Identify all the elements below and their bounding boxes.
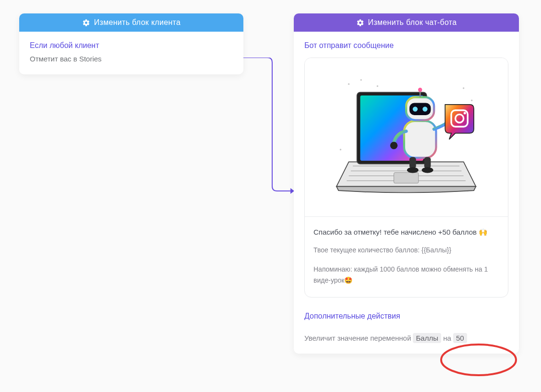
connector-line xyxy=(243,58,296,197)
svg-point-22 xyxy=(390,142,397,149)
value-chip: 50 xyxy=(453,333,467,343)
message-image xyxy=(305,58,508,216)
bot-block: Изменить блок чат-бота Бот отправит сооб… xyxy=(294,13,519,354)
gear-icon xyxy=(356,19,364,27)
extra-prefix: Увеличит значение переменной xyxy=(304,334,411,342)
client-header-label: Изменить блок клиента xyxy=(94,18,180,27)
svg-point-25 xyxy=(407,167,419,173)
message-text-reminder: Напоминаю: каждый 1000 баллов можно обме… xyxy=(313,264,499,285)
client-condition-title: Если любой клиент xyxy=(30,41,233,50)
svg-point-2 xyxy=(377,85,378,87)
variable-chip: Баллы xyxy=(413,333,441,343)
svg-point-19 xyxy=(423,107,428,111)
message-text-main: Спасибо за отметку! тебе начислено +50 б… xyxy=(313,226,499,238)
svg-point-29 xyxy=(464,112,466,114)
svg-rect-15 xyxy=(404,121,436,158)
gear-icon xyxy=(82,19,90,27)
svg-point-3 xyxy=(463,87,464,89)
client-block-body[interactable]: Если любой клиент Отметит вас в Stories xyxy=(19,32,243,74)
svg-point-26 xyxy=(422,167,433,173)
edit-client-block-button[interactable]: Изменить блок клиента xyxy=(19,13,243,32)
client-condition-action: Отметит вас в Stories xyxy=(30,55,233,63)
svg-point-4 xyxy=(471,99,472,101)
client-block: Изменить блок клиента Если любой клиент … xyxy=(19,13,243,74)
svg-point-0 xyxy=(348,83,349,84)
extra-actions-title: Дополнительные действия xyxy=(304,312,508,321)
svg-rect-23 xyxy=(409,157,416,168)
svg-rect-24 xyxy=(424,157,431,168)
svg-point-21 xyxy=(418,88,422,92)
bot-block-body[interactable]: Бот отправит сообщение xyxy=(294,32,519,354)
extra-action-line: Увеличит значение переменной Баллы на 50 xyxy=(304,334,508,342)
svg-rect-17 xyxy=(409,103,431,115)
message-text-balance: Твое текущее количество баллов: {{Баллы}… xyxy=(313,245,499,255)
svg-rect-12 xyxy=(394,172,419,183)
message-card[interactable]: Спасибо за отметку! тебе начислено +50 б… xyxy=(304,58,508,297)
extra-middle: на xyxy=(443,334,451,342)
svg-point-1 xyxy=(361,79,362,81)
edit-bot-block-button[interactable]: Изменить блок чат-бота xyxy=(294,13,519,32)
bot-message-title: Бот отправит сообщение xyxy=(304,41,508,50)
svg-point-18 xyxy=(413,107,418,111)
svg-point-5 xyxy=(340,149,341,150)
bot-header-label: Изменить блок чат-бота xyxy=(368,18,457,27)
